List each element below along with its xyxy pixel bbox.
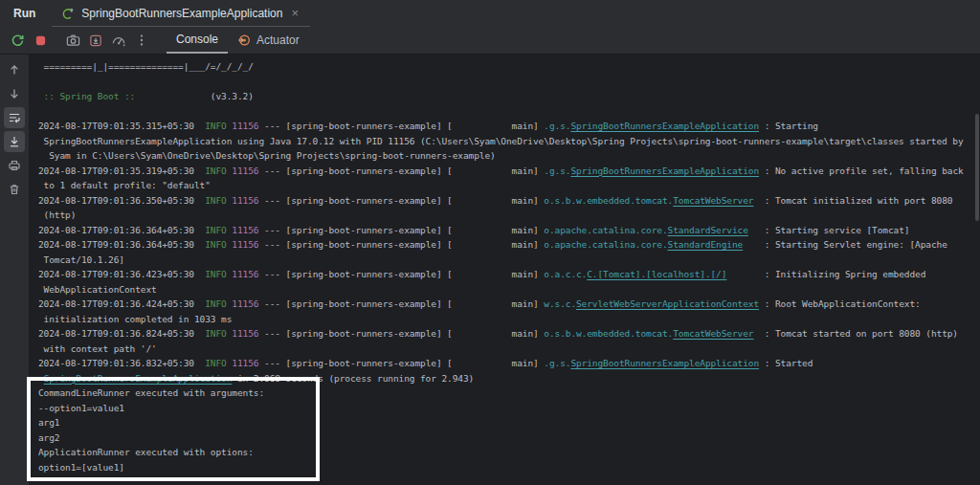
console-line: Syam in C:\Users\Syam\OneDrive\Desktop\S…: [38, 148, 978, 164]
run-config-tab[interactable]: SpringBootRunnersExampleApplication ×: [52, 0, 310, 27]
log-segment: ApplicationRunner executed with options:: [38, 447, 254, 457]
console-line: SpringBootRunnersExampleApplication usin…: [38, 134, 978, 149]
clear-all-button[interactable]: [4, 179, 25, 200]
log-segment: INFO: [205, 358, 226, 368]
scroll-down-button[interactable]: [4, 83, 25, 104]
console-line: to 1 default profile: "default": [38, 178, 978, 193]
run-config-tab-label: SpringBootRunnersExampleApplication: [81, 7, 282, 20]
memory-snapshot-icon: [89, 33, 103, 48]
log-segment: 2024-08-17T09:01:36.824+05:30: [38, 328, 205, 339]
close-icon[interactable]: ×: [289, 7, 301, 19]
log-segment: 11156: [232, 328, 258, 339]
log-segment: : Tomcat initialized with port 8080: [753, 195, 952, 206]
console-lines: =========|_|==============|___/=/_/_/_/ …: [38, 59, 978, 474]
soft-wrap-toggle[interactable]: [4, 107, 25, 128]
more-options-icon: [135, 33, 148, 47]
console-panel: =========|_|==============|___/=/_/_/_/ …: [0, 55, 980, 485]
console-toolbar: Console Actuator: [0, 27, 980, 55]
class-link[interactable]: StandardEngine: [668, 239, 744, 250]
log-segment: o.a.c.c.: [544, 269, 587, 279]
log-segment: to 1 default profile: "default": [38, 180, 211, 190]
more-options-button[interactable]: [130, 30, 153, 51]
log-segment: INFO: [205, 225, 226, 235]
log-segment: INFO: [205, 328, 226, 339]
log-segment: .g.s.: [544, 358, 570, 368]
log-segment: --- [spring-boot-runners-example] [ main…: [258, 358, 544, 368]
log-segment: --- [spring-boot-runners-example] [ main…: [258, 195, 544, 206]
log-segment: :: Spring Boot ::: [38, 91, 135, 101]
console-line: with context path '/': [38, 342, 978, 357]
log-segment: 2024-08-17T09:01:36.350+05:30: [38, 195, 205, 206]
log-segment: 2024-08-17T09:01:36.424+05:30: [38, 298, 205, 309]
class-link[interactable]: C.[Tomcat].[localhost].[/]: [587, 269, 726, 279]
log-segment: o.apache.catalina.core.: [544, 239, 667, 250]
log-segment: --- [spring-boot-runners-example] [ main…: [258, 328, 544, 339]
console-line: 2024-08-17T09:01:36.824+05:30 INFO 11156…: [38, 326, 978, 342]
log-segment: INFO: [205, 121, 226, 131]
profiler-button[interactable]: [107, 30, 130, 51]
class-link[interactable]: SpringBootRunnersExampleApplication: [44, 373, 233, 384]
tab-console[interactable]: Console: [167, 27, 228, 54]
scroll-to-end-toggle[interactable]: [4, 131, 25, 152]
log-segment: 2024-08-17T09:01:36.364+05:30: [38, 239, 205, 250]
rerun-button[interactable]: [6, 30, 29, 51]
class-link[interactable]: ServletWebServerApplicationContext: [576, 298, 759, 309]
log-segment: 2024-08-17T09:01:35.315+05:30: [38, 121, 205, 131]
log-segment: : No active profile set, falling back: [759, 165, 964, 176]
arrow-up-icon: [8, 63, 21, 77]
log-segment: 11156: [232, 121, 258, 131]
console-line: 2024-08-17T09:01:36.364+05:30 INFO 11156…: [38, 237, 978, 253]
log-segment: o.s.b.w.embedded.tomcat.: [544, 328, 673, 339]
print-button[interactable]: [4, 155, 25, 176]
console-line: 2024-08-17T09:01:35.319+05:30 INFO 11156…: [38, 164, 978, 179]
class-link[interactable]: TomcatWebServer: [673, 195, 753, 206]
memory-snapshot-button[interactable]: [84, 30, 107, 51]
log-segment: : Starting: [759, 121, 818, 131]
log-segment: =========|_|==============|___/=/_/_/_/: [38, 61, 254, 72]
console-line: Tomcat/10.1.26]: [38, 253, 978, 268]
log-segment: 11156: [232, 165, 258, 176]
log-segment: --- [spring-boot-runners-example] [ main…: [258, 121, 544, 131]
log-segment: .g.s.: [544, 121, 570, 131]
log-segment: 2024-08-17T09:01:36.423+05:30: [38, 269, 205, 279]
log-segment: --- [spring-boot-runners-example] [ main…: [258, 225, 544, 235]
class-link[interactable]: SpringBootRunnersExampleApplication: [570, 165, 759, 176]
scroll-up-button[interactable]: [4, 59, 25, 80]
console-line: WebApplicationContext: [38, 282, 978, 298]
log-segment: --option1=value1: [38, 403, 124, 413]
console-line: =========|_|==============|___/=/_/_/_/: [38, 59, 978, 75]
camera-icon: [66, 33, 80, 48]
log-segment: : Initializing Spring embedded: [726, 269, 925, 279]
console-line: arg2: [38, 430, 978, 446]
log-segment: WebApplicationContext: [38, 284, 157, 295]
thread-dump-button[interactable]: [61, 30, 84, 51]
spring-boot-icon: [61, 7, 75, 20]
log-segment: : Starting Servlet engine: [Apache: [743, 239, 947, 250]
stop-button[interactable]: [29, 30, 52, 51]
log-segment: : Started: [759, 358, 813, 368]
log-segment: Tomcat/10.1.26]: [38, 254, 124, 265]
log-segment: CommandLineRunner executed with argument…: [38, 387, 264, 398]
console-line: 2024-08-17T09:01:36.424+05:30 INFO 11156…: [38, 297, 978, 312]
log-segment: --- [spring-boot-runners-example] [ main…: [258, 239, 544, 250]
printer-icon: [8, 159, 21, 172]
console-line: 2024-08-17T09:01:35.315+05:30 INFO 11156…: [38, 119, 978, 134]
class-link[interactable]: SpringBootRunnersExampleApplication: [570, 121, 759, 131]
console-line: [38, 75, 978, 90]
console-line: 2024-08-17T09:01:36.832+05:30 INFO 11156…: [38, 356, 978, 371]
log-segment: 11156: [232, 195, 258, 206]
class-link[interactable]: TomcatWebServer: [673, 328, 753, 339]
class-link[interactable]: SpringBootRunnersExampleApplication: [570, 358, 759, 368]
log-segment: INFO: [205, 269, 226, 279]
vertical-scrollbar[interactable]: [975, 114, 979, 221]
log-segment: SpringBootRunnersExampleApplication usin…: [38, 136, 964, 146]
console-output-area[interactable]: =========|_|==============|___/=/_/_/_/ …: [29, 55, 980, 485]
log-segment: : Root WebApplicationContext:: [759, 298, 921, 309]
class-link[interactable]: StandardService: [668, 225, 748, 235]
tab-actuator[interactable]: Actuator: [228, 27, 309, 54]
console-line: [38, 104, 978, 120]
console-line: arg1: [38, 415, 978, 430]
trash-icon: [8, 183, 21, 196]
log-segment: arg2: [38, 432, 59, 443]
log-segment: (http): [38, 209, 76, 220]
